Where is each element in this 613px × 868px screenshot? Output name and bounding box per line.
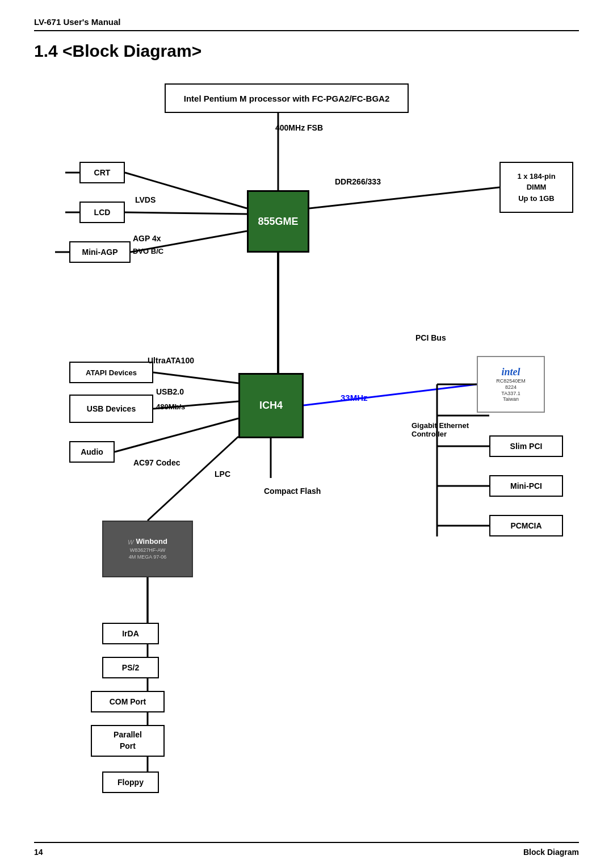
atapi-box: ATAPI Devices [69, 362, 153, 383]
processor-label: Intel Pentium M processor with FC-PGA2/F… [184, 94, 390, 103]
intel-logo: intel [501, 366, 520, 378]
svg-line-21 [115, 418, 238, 452]
irda-box: IrDA [102, 623, 159, 644]
dimm-box: 1 x 184-pin DIMM Up to 1GB [499, 162, 573, 213]
atapi-label: ATAPI Devices [86, 368, 137, 377]
lcd-label: LCD [94, 208, 111, 217]
com-port-box: COM Port [91, 691, 165, 712]
audio-box: Audio [69, 441, 115, 463]
ich4-box: ICH4 [238, 373, 304, 438]
header: LV-671 User's Manual [34, 17, 579, 31]
ps2-box: PS/2 [102, 657, 159, 678]
winbond-chip: W Winbond W83627HF-AW 4M MEGA 97-06 [102, 521, 193, 577]
audio-label: Audio [81, 447, 103, 456]
com-port-label: COM Port [110, 697, 146, 706]
svg-line-5 [125, 212, 247, 214]
processor-box: Intel Pentium M processor with FC-PGA2/F… [165, 83, 409, 113]
dimm-label: 1 x 184-pin DIMM Up to 1GB [517, 171, 555, 204]
svg-line-2 [148, 437, 238, 521]
winbond-model: W83627HF-AW [130, 547, 166, 554]
mini-agp-label: Mini-AGP [82, 248, 118, 257]
855gme-box: 855GME [247, 190, 309, 253]
parallel-port-box: Parallel Port [91, 725, 165, 757]
diagram-area: Intel Pentium M processor with FC-PGA2/F… [34, 78, 579, 810]
slim-pci-label: Slim PCI [510, 442, 543, 451]
crt-label: CRT [94, 168, 111, 177]
intel-chip-box: intel RC82540EM 8224 TA337.1 Taiwan [477, 356, 545, 413]
svg-line-11 [304, 384, 477, 405]
lvds-label: LVDS [135, 195, 156, 204]
floppy-box: Floppy [102, 771, 159, 793]
lcd-box: LCD [79, 202, 125, 223]
speed-label: 480Mb/s [156, 402, 185, 411]
pci-bus-label: PCI Bus [415, 333, 446, 342]
fsb-label: 400MHz FSB [275, 123, 323, 132]
mini-pci-label: Mini-PCI [510, 481, 542, 490]
footer: 14 Block Diagram [34, 842, 579, 857]
footer-page-number: 14 [34, 848, 43, 857]
slim-pci-box: Slim PCI [489, 435, 563, 457]
winbond-brand: Winbond [136, 537, 167, 546]
ich4-label: ICH4 [259, 400, 283, 412]
pcmcia-label: PCMCIA [510, 521, 541, 530]
svg-line-10 [309, 187, 499, 208]
intel-sub: 8224 TA337.1 [501, 384, 520, 397]
usb-devices-box: USB Devices [69, 395, 153, 423]
footer-section-name: Block Diagram [523, 848, 579, 857]
mini-pci-box: Mini-PCI [489, 475, 563, 497]
pcmcia-box: PCMCIA [489, 515, 563, 536]
ps2-label: PS/2 [122, 663, 139, 672]
dvob-label: DVO B/C [133, 247, 163, 255]
ddr-label: DDR266/333 [335, 177, 381, 186]
svg-line-17 [153, 372, 238, 383]
intel-model: RC82540EM [496, 378, 526, 384]
ultraata-label: UltraATA100 [148, 356, 194, 365]
usb-devices-label: USB Devices [87, 404, 136, 413]
agp4x-label: AGP 4x [133, 234, 161, 243]
winbond-sub: 4M MEGA 97-06 [129, 554, 167, 561]
gigabit-label: Gigabit EthernetController [412, 421, 469, 438]
855gme-label: 855GME [258, 216, 298, 228]
compact-flash-label: Compact Flash [264, 487, 321, 496]
lpc-label: LPC [215, 469, 230, 479]
usb2-label: USB2.0 [156, 387, 184, 396]
page: LV-671 User's Manual 1.4 <Block Diagram> [0, 0, 613, 868]
mhz33-label: 33MHz [341, 393, 368, 402]
crt-box: CRT [79, 162, 125, 183]
header-title: LV-671 User's Manual [34, 17, 121, 27]
parallel-port-label: Parallel Port [114, 729, 142, 752]
section-title: 1.4 <Block Diagram> [34, 41, 579, 61]
floppy-label: Floppy [117, 778, 144, 787]
intel-country: Taiwan [503, 396, 519, 402]
ac97-label: AC97 Codec [133, 458, 180, 467]
irda-label: IrDA [122, 629, 139, 638]
mini-agp-box: Mini-AGP [69, 241, 131, 263]
